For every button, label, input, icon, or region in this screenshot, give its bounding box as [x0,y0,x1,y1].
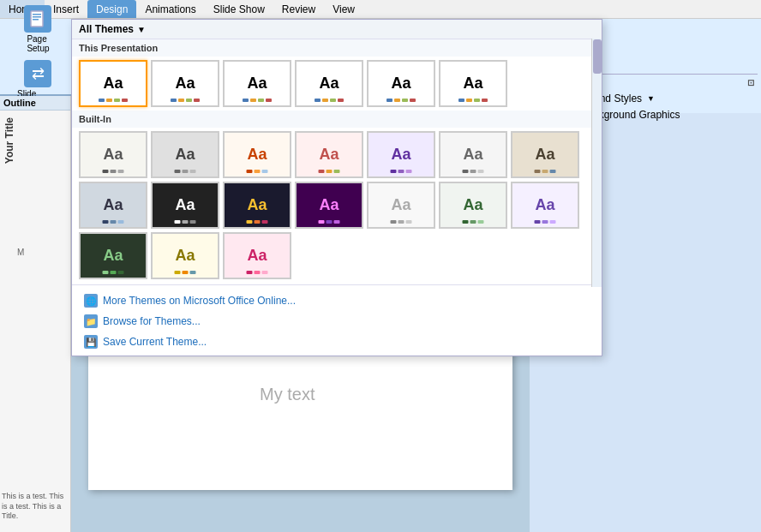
bottom-slide-text: This is a test. This is a test. This is … [0,490,71,523]
builtin-theme-3[interactable]: Aa [223,131,291,178]
more-themes-icon: 🌐 [84,294,98,308]
page-setup-icon [24,5,51,33]
save-theme-icon: 💾 [84,335,98,349]
theme-dropdown: All Themes ▼ This Presentation Aa Aa Aa [71,19,602,356]
page-setup-button[interactable]: PageSetup [19,2,57,57]
save-theme-item[interactable]: 💾 Save Current Theme... [79,332,595,352]
theme-dropdown-header: All Themes ▼ [72,20,602,39]
background-section-expand[interactable]: ⊡ [747,78,754,87]
builtin-theme-17[interactable]: Aa [223,232,291,279]
builtin-theme-8[interactable]: Aa [79,182,147,229]
slide-orientation-icon: ⇄ [24,60,51,87]
more-themes-label: More Themes on Microsoft Office Online..… [103,295,296,307]
sidebar-m-text: M [17,248,24,257]
theme-dots [99,99,128,102]
your-title-label: Your Title [0,111,19,170]
builtin-theme-10[interactable]: Aa [223,182,291,229]
theme-scroll-thumb[interactable] [593,39,602,74]
builtin-theme-13[interactable]: Aa [439,182,507,229]
builtin-theme-9[interactable]: Aa [151,182,219,229]
ribbon-page-setup-group: PageSetup ⇄ SlideOrientation [5,22,72,91]
theme-item-4[interactable]: Aa [295,60,363,107]
menu-design[interactable]: Design [87,0,136,18]
builtin-theme-16[interactable]: Aa [151,232,219,279]
svg-rect-3 [33,19,39,21]
this-presentation-label: This Presentation [72,39,602,57]
theme-item-6[interactable]: Aa [439,60,507,107]
menubar: Home Insert Design Animations Slide Show… [0,0,761,19]
theme-footer: 🌐 More Themes on Microsoft Office Online… [72,287,602,356]
menu-review[interactable]: Review [273,0,324,18]
slide-body-text: My text [260,385,315,404]
more-themes-online-item[interactable]: 🌐 More Themes on Microsoft Office Online… [79,290,595,311]
builtin-theme-12[interactable]: Aa [367,182,435,229]
built-in-grid: Aa Aa Aa Aa Aa Aa Aa Aa [72,128,602,283]
page-setup-label: PageSetup [27,34,49,53]
this-presentation-grid: Aa Aa Aa Aa Aa [72,57,602,111]
bg-styles-dropdown: ▼ [647,94,655,103]
sidebar-content-area: Your Title M [0,111,70,282]
builtin-theme-6[interactable]: Aa [439,131,507,178]
built-in-label: Built-In [72,111,602,128]
builtin-theme-1[interactable]: Aa [79,131,147,178]
builtin-theme-5[interactable]: Aa [367,131,435,178]
theme-item-5[interactable]: Aa [367,60,435,107]
menu-slideshow[interactable]: Slide Show [205,0,273,18]
browse-themes-item[interactable]: 📁 Browse for Themes... [79,311,595,332]
theme-scrollbar[interactable] [591,39,602,287]
builtin-theme-4[interactable]: Aa [295,131,363,178]
left-sidebar: Outline Your Title M This is a test. Thi… [0,96,71,532]
builtin-theme-7[interactable]: Aa [511,131,579,178]
builtin-theme-2[interactable]: Aa [151,131,219,178]
browse-themes-icon: 📁 [84,314,98,328]
outline-tab[interactable]: Outline [0,96,70,111]
all-themes-arrow[interactable]: ▼ [137,25,146,34]
menu-animations[interactable]: Animations [136,0,204,18]
theme-item-2[interactable]: Aa [151,60,219,107]
menu-view[interactable]: View [324,0,363,18]
builtin-theme-15[interactable]: Aa [79,232,147,279]
svg-rect-1 [33,14,41,15]
save-theme-label: Save Current Theme... [103,336,207,348]
builtin-theme-14[interactable]: Aa [511,182,579,229]
theme-item-3[interactable]: Aa [223,60,291,107]
theme-divider [72,284,602,285]
svg-rect-2 [33,16,41,18]
theme-aa-text: Aa [103,75,123,93]
all-themes-label: All Themes [79,23,134,35]
browse-themes-label: Browse for Themes... [103,315,201,327]
builtin-theme-11[interactable]: Aa [295,182,363,229]
theme-item-default[interactable]: Aa [79,60,147,107]
